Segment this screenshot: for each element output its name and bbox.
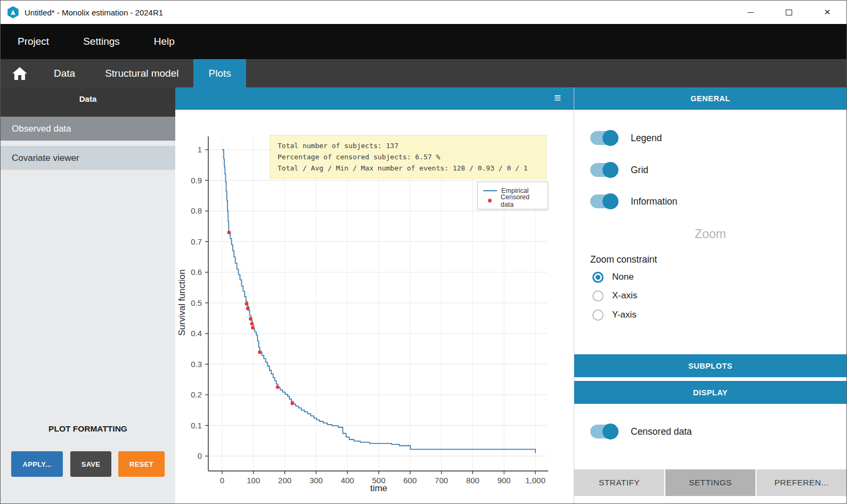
chart-legend: Empirical Censored data [477,182,548,209]
window-controls: ✕ [731,1,846,24]
chart-region: 00.10.20.30.40.50.60.70.80.9101002003004… [175,110,574,503]
svg-text:1: 1 [198,145,202,154]
svg-text:0.6: 0.6 [191,267,202,277]
save-button[interactable]: SAVE [70,451,111,477]
svg-text:200: 200 [278,476,291,485]
svg-text:0.9: 0.9 [191,176,202,185]
title-bar: Untitled* - Monolix estimation - 2024R1 … [1,1,846,24]
plot-formatting-title: PLOT FORMATTING [1,424,175,434]
panel-bottom-tabs: STRATIFY SETTINGS PREFEREN... [574,469,846,496]
svg-text:800: 800 [466,476,479,485]
settings-panel: GENERAL Legend Grid Information Zoom Zoo… [574,87,846,503]
x-axis-label: time [370,483,387,493]
svg-text:0.8: 0.8 [191,206,202,215]
zoom-constraint-none-row[interactable]: None [592,271,634,283]
menu-help[interactable]: Help [137,24,192,59]
maximize-button[interactable] [770,1,808,24]
home-icon [12,67,28,80]
menu-project[interactable]: Project [1,24,66,59]
radio-y-axis-label: Y-axis [612,310,637,320]
tab-data[interactable]: Data [39,59,90,87]
information-toggle[interactable] [590,194,618,208]
toggle-knob [602,130,618,146]
sidebar-header: Data [1,87,175,110]
zoom-constraint-label: Zoom constraint [590,254,657,265]
svg-text:700: 700 [435,476,448,485]
window-title: Untitled* - Monolix estimation - 2024R1 [25,8,163,17]
app-icon [7,6,19,19]
tab-settings[interactable]: SETTINGS [665,469,755,496]
svg-text:0.7: 0.7 [191,237,202,246]
grid-toggle-row: Grid [590,159,648,181]
legend-toggle-row: Legend [590,127,662,149]
zoom-constraint-yaxis-row[interactable]: Y-axis [592,308,637,321]
sidebar-spacer [1,110,175,117]
menu-bar: Project Settings Help [1,24,846,59]
information-toggle-label: Information [631,196,678,207]
minimize-icon [747,12,754,13]
svg-text:0: 0 [220,476,224,485]
radio-none[interactable] [592,272,604,283]
radio-x-axis[interactable] [592,290,604,302]
toggle-knob [602,162,618,178]
censored-dot-swatch [483,199,496,202]
y-axis-label: Survival function [177,270,187,336]
svg-text:0.1: 0.1 [191,421,202,430]
svg-text:0: 0 [198,451,202,460]
svg-text:300: 300 [310,476,323,485]
grid-toggle[interactable] [590,163,618,177]
radio-y-axis[interactable] [592,310,604,321]
information-toggle-row: Information [590,191,678,212]
plot-header: ≡ [175,87,574,110]
info-line-subjects: Total number of subjects: 137 [278,140,539,151]
radio-x-axis-label: X-axis [612,290,637,301]
svg-text:0.2: 0.2 [191,390,202,399]
empirical-line-swatch [483,190,497,191]
info-line-censored-pct: Percentage of censored subjects: 6.57 % [278,151,539,162]
menu-settings[interactable]: Settings [66,24,137,59]
tab-plots[interactable]: Plots [193,59,246,87]
svg-text:900: 900 [498,476,511,485]
zoom-constraint-xaxis-row[interactable]: X-axis [592,289,637,302]
censored-data-toggle[interactable] [590,425,618,438]
legend-toggle-label: Legend [631,133,662,144]
svg-text:400: 400 [341,476,354,485]
censored-data-toggle-label: Censored data [631,426,692,437]
plot-panel: ≡ 00.10.20.30.40.50.60.70.80.91010020030… [175,87,574,503]
maximize-icon [786,10,792,15]
close-icon: ✕ [824,7,831,17]
legend-item-censored: Censored data [483,196,542,206]
grid-toggle-label: Grid [631,165,648,176]
svg-text:600: 600 [403,476,417,485]
info-line-events: Total / Avg / Min / Max number of events… [278,162,539,174]
svg-text:0.3: 0.3 [191,360,202,369]
tab-stratify[interactable]: STRATIFY [574,469,664,496]
app-window: Untitled* - Monolix estimation - 2024R1 … [0,0,847,504]
close-button[interactable]: ✕ [808,1,846,24]
plot-menu-icon[interactable]: ≡ [554,91,561,105]
svg-text:100: 100 [247,476,260,485]
tab-preferences[interactable]: PREFEREN... [756,469,846,496]
sidebar-item-observed-data[interactable]: Observed data [1,117,175,141]
plots-sidebar: Data Observed data Covariate viewer PLOT… [1,87,175,503]
toggle-knob [602,424,618,440]
chart-info-tooltip: Total number of subjects: 137 Percentage… [270,135,547,179]
toggle-knob [602,193,618,209]
tab-structural-model[interactable]: Structural model [90,59,193,87]
sidebar-item-covariate-viewer[interactable]: Covariate viewer [1,146,175,170]
svg-text:1,000: 1,000 [525,476,545,485]
general-section-header[interactable]: GENERAL [574,87,846,110]
censored-data-toggle-row: Censored data [590,421,692,442]
apply-button[interactable]: APPLY... [11,451,63,477]
legend-label-censored: Censored data [501,193,542,208]
minimize-button[interactable] [731,1,770,24]
reset-button[interactable]: RESET [118,451,165,477]
zoom-title: Zoom [574,227,846,241]
radio-none-label: None [612,272,634,282]
svg-text:0.5: 0.5 [191,298,202,307]
home-tab[interactable] [1,59,39,87]
legend-toggle[interactable] [590,131,618,145]
subplots-section-header[interactable]: SUBPLOTS [574,354,846,377]
display-section-header[interactable]: DISPLAY [574,381,846,404]
main-tab-bar: Data Structural model Plots [1,59,846,87]
